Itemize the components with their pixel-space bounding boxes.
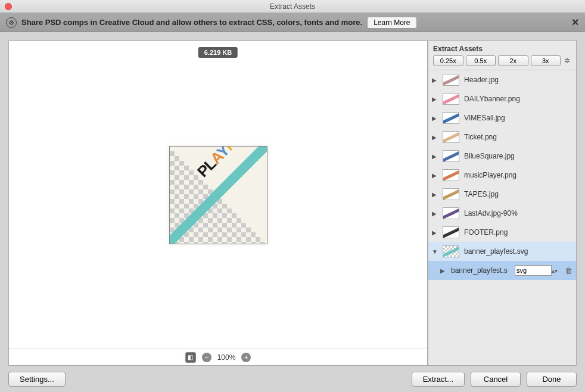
asset-thumbnail: [443, 207, 459, 219]
asset-name-label: Ticket.png: [464, 133, 572, 141]
asset-thumbnail: [443, 74, 459, 86]
cancel-button[interactable]: Cancel: [471, 372, 521, 387]
asset-thumbnail: [443, 112, 459, 124]
disclosure-triangle-icon[interactable]: ▶: [432, 153, 438, 160]
asset-thumbnail: [443, 245, 459, 257]
asset-row[interactable]: ▶DAILYbanner.png: [428, 89, 576, 108]
asset-thumbnail: [443, 150, 459, 162]
done-button[interactable]: Done: [527, 372, 577, 387]
extract-button[interactable]: Extract...: [412, 372, 465, 387]
asset-name-label: BllueSquare.jpg: [464, 152, 572, 160]
scale-025x-button[interactable]: 0.25x: [433, 55, 463, 66]
learn-more-button[interactable]: Learn More: [367, 17, 416, 29]
asset-row-selected[interactable]: ▼banner_playfest.svg: [428, 242, 576, 261]
format-select[interactable]: [515, 265, 552, 276]
disclosure-triangle-icon[interactable]: ▼: [432, 248, 438, 255]
scale-2x-button[interactable]: 2x: [498, 55, 528, 66]
preview-toolbar: ◧ − 100% +: [9, 349, 427, 365]
close-window-button[interactable]: [5, 3, 12, 10]
window-title: Extract Assets: [270, 2, 315, 11]
asset-thumbnail: [443, 188, 459, 200]
bottom-bar: Settings... Extract... Cancel Done: [0, 366, 585, 392]
asset-panel: Extract Assets 0.25x 0.5x 2x 3x ✲ ▶Heade…: [428, 41, 577, 366]
asset-name-label: banner_playfest.s: [451, 266, 510, 275]
gear-icon[interactable]: ✲: [563, 57, 571, 65]
disclosure-triangle-icon[interactable]: ▶: [432, 172, 438, 179]
asset-row[interactable]: ▶musicPlayer.png: [428, 166, 576, 185]
disclosure-triangle-icon[interactable]: ▶: [432, 229, 438, 236]
trash-icon[interactable]: 🗑: [565, 266, 572, 275]
preview-body: PLAYFEST: [9, 41, 427, 349]
asset-panel-title: Extract Assets: [428, 41, 576, 55]
stepper-icon[interactable]: ▴▾: [552, 267, 558, 274]
disclosure-triangle-icon[interactable]: ▶: [432, 96, 438, 102]
settings-button[interactable]: Settings...: [8, 372, 66, 387]
asset-thumbnail: [443, 93, 459, 105]
asset-row[interactable]: ▶Ticket.png: [428, 127, 576, 147]
zoom-out-button[interactable]: −: [202, 353, 211, 362]
disclosure-triangle-icon[interactable]: ▶: [432, 115, 438, 122]
titlebar: Extract Assets: [0, 0, 585, 13]
creative-cloud-icon: ⊙: [6, 17, 17, 28]
main-area: 6.219 KB PLAYFEST ◧ − 100% + Extract Ass…: [0, 32, 585, 366]
asset-name-label: banner_playfest.svg: [464, 247, 572, 256]
filesize-badge: 6.219 KB: [198, 47, 238, 58]
info-banner: ⊙ Share PSD comps in Creative Cloud and …: [0, 13, 585, 32]
asset-row[interactable]: ▶FOOTER.png: [428, 223, 576, 242]
asset-name-label: DAILYbanner.png: [464, 95, 572, 103]
disclosure-triangle-icon[interactable]: ▶: [432, 134, 438, 141]
disclosure-triangle-icon[interactable]: ▶: [432, 210, 438, 217]
asset-name-label: musicPlayer.png: [464, 171, 572, 179]
asset-subrow-selected[interactable]: ▶banner_playfest.s▴▾png-8png-24png-32gif…: [428, 261, 576, 280]
asset-name-label: VIMESall.jpg: [464, 114, 572, 122]
preview-canvas[interactable]: PLAYFEST: [169, 146, 267, 244]
asset-row[interactable]: ▶VIMESall.jpg: [428, 108, 576, 127]
scale-3x-button[interactable]: 3x: [531, 55, 561, 66]
asset-row[interactable]: ▶Header.jpg: [428, 70, 576, 89]
info-banner-text: Share PSD comps in Creative Cloud and al…: [21, 18, 362, 27]
asset-row[interactable]: ▶BllueSquare.jpg: [428, 147, 576, 166]
asset-name-label: TAPES.jpg: [464, 190, 572, 198]
zoom-in-button[interactable]: +: [241, 353, 251, 362]
asset-list: ▶Header.jpg▶DAILYbanner.png▶VIMESall.jpg…: [428, 70, 576, 365]
asset-thumbnail: [443, 226, 459, 238]
asset-thumbnail: [443, 131, 459, 143]
preview-panel: 6.219 KB PLAYFEST ◧ − 100% +: [8, 41, 428, 366]
disclosure-triangle-icon[interactable]: ▶: [432, 191, 438, 198]
asset-name-label: LastAdv.jpg-90%: [464, 209, 572, 217]
asset-row[interactable]: ▶TAPES.jpg: [428, 185, 576, 204]
asset-thumbnail: [443, 169, 459, 181]
asset-row[interactable]: ▶LastAdv.jpg-90%: [428, 204, 576, 223]
dismiss-banner-button[interactable]: ✕: [571, 17, 579, 28]
disclosure-triangle-icon[interactable]: ▶: [440, 267, 446, 274]
disclosure-triangle-icon[interactable]: ▶: [432, 77, 438, 83]
scale-row: 0.25x 0.5x 2x 3x ✲: [428, 55, 576, 70]
crop-tool-button[interactable]: ◧: [185, 352, 196, 363]
scale-05x-button[interactable]: 0.5x: [466, 55, 496, 66]
zoom-level: 100%: [217, 353, 236, 362]
asset-name-label: FOOTER.png: [464, 228, 572, 237]
asset-name-label: Header.jpg: [464, 76, 572, 84]
